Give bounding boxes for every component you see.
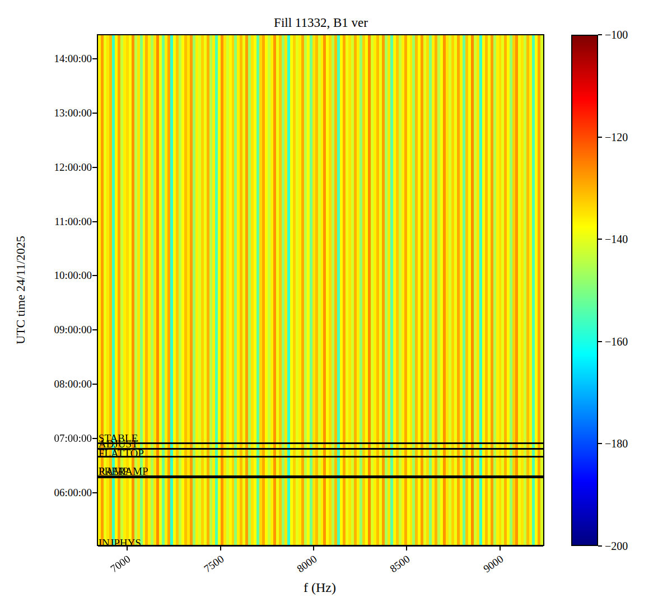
y-tick-mark — [92, 221, 97, 222]
phase-line-adjust — [98, 448, 543, 450]
y-tick-mark — [92, 167, 97, 168]
y-tick-label: 14:00:00 — [0, 53, 92, 65]
x-tick-label: 7000 — [105, 553, 132, 577]
x-tick-label: 9000 — [478, 553, 505, 577]
x-tick-mark — [500, 546, 501, 550]
x-tick-label: 8500 — [385, 553, 412, 577]
y-tick-mark — [92, 438, 97, 439]
phase-label-preramp: PRERAMP — [99, 466, 148, 477]
y-tick-label: 13:00:00 — [0, 107, 92, 119]
colorbar-tick-mark — [598, 545, 602, 547]
spectrogram-plot: STABLEADJUSTFLATTOPRAMPPRERAMPINJPHYS — [97, 34, 544, 546]
x-tick-mark — [127, 546, 128, 550]
x-axis-label: f (Hz) — [304, 580, 336, 595]
colorbar-tick-label: −180 — [605, 437, 628, 450]
y-tick-mark — [92, 275, 97, 276]
colorbar-tick-label: −140 — [605, 233, 628, 245]
colorbar-tick-mark — [598, 137, 602, 138]
colorbar-tick-label: −200 — [605, 540, 628, 552]
x-tick-label: 7500 — [198, 553, 226, 577]
colorbar-tick-mark — [598, 239, 602, 240]
y-tick-label: 09:00:00 — [0, 324, 92, 336]
y-tick-label: 08:00:00 — [0, 378, 92, 390]
y-tick-mark — [92, 384, 97, 385]
x-tick-label: 8000 — [291, 553, 319, 577]
figure: Fill 11332, B1 ver UTC time 24/11/2025 f… — [0, 0, 672, 616]
colorbar-tick-label: −120 — [605, 131, 628, 143]
y-tick-label: 12:00:00 — [0, 161, 92, 174]
chart-title: Fill 11332, B1 ver — [274, 16, 368, 30]
colorbar-tick-label: −100 — [605, 29, 628, 41]
y-tick-label: 06:00:00 — [0, 487, 92, 499]
x-tick-mark — [220, 546, 221, 550]
colorbar-tick-mark — [598, 34, 602, 35]
colorbar-tick-label: −160 — [605, 335, 628, 348]
y-tick-mark — [92, 329, 97, 330]
colorbar — [571, 35, 598, 546]
phase-line-injphys — [98, 545, 543, 547]
y-tick-mark — [92, 113, 97, 114]
phase-label-injphys: INJPHYS — [99, 538, 141, 548]
colorbar-tick-mark — [598, 341, 602, 342]
y-tick-mark — [92, 58, 97, 59]
x-tick-mark — [406, 546, 407, 550]
phase-line-preramp — [98, 477, 543, 478]
x-tick-mark — [313, 546, 314, 550]
phase-line-flattop — [98, 456, 543, 458]
phase-line-stable — [98, 442, 543, 444]
y-tick-mark — [92, 492, 97, 493]
y-tick-label: 11:00:00 — [0, 216, 92, 228]
phase-label-flattop: FLATTOP — [99, 448, 144, 459]
y-tick-label: 10:00:00 — [0, 269, 92, 282]
y-tick-label: 07:00:00 — [0, 432, 92, 445]
colorbar-tick-mark — [598, 443, 602, 444]
spectrogram-canvas — [98, 35, 543, 545]
